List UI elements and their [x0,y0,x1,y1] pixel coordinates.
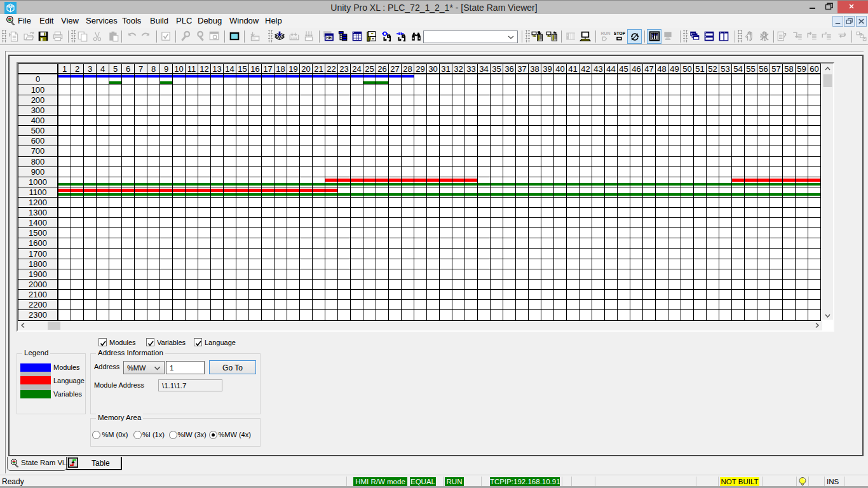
svg-text:39: 39 [543,64,552,74]
svg-text:100: 100 [31,85,45,95]
svg-text:19: 19 [288,64,297,74]
svg-text:46: 46 [632,64,641,74]
svg-text:1900: 1900 [29,269,47,279]
svg-text:200: 200 [31,95,45,105]
svg-text:1300: 1300 [29,208,47,217]
svg-text:24: 24 [352,64,361,74]
svg-text:1700: 1700 [29,249,47,259]
svg-text:58: 58 [784,64,793,74]
svg-text:9: 9 [164,64,168,74]
svg-text:49: 49 [670,64,679,74]
svg-text:2000: 2000 [29,280,47,289]
svg-text:25: 25 [365,64,374,74]
svg-text:8: 8 [151,64,156,74]
svg-text:10: 10 [174,64,183,74]
svg-text:1800: 1800 [29,259,47,269]
svg-text:51: 51 [695,64,704,74]
svg-text:18: 18 [276,64,285,74]
svg-text:26: 26 [377,64,386,74]
svg-text:20: 20 [301,64,310,74]
svg-text:27: 27 [390,64,399,74]
svg-text:1100: 1100 [29,187,47,197]
svg-text:5: 5 [113,64,118,74]
svg-text:47: 47 [644,64,653,74]
svg-text:2300: 2300 [29,310,47,320]
svg-text:29: 29 [416,64,424,74]
svg-text:32: 32 [454,64,463,74]
svg-text:36: 36 [505,64,513,74]
svg-text:2: 2 [75,64,79,74]
svg-text:600: 600 [31,136,45,146]
svg-text:1600: 1600 [29,238,47,248]
svg-text:34: 34 [479,64,488,74]
svg-text:1400: 1400 [29,218,47,227]
svg-text:21: 21 [314,64,323,74]
svg-text:3: 3 [88,64,92,74]
svg-text:43: 43 [593,64,602,74]
svg-text:40: 40 [555,64,564,74]
svg-text:400: 400 [31,116,45,125]
svg-text:44: 44 [606,64,615,74]
svg-text:1200: 1200 [29,198,47,207]
svg-text:11: 11 [187,64,196,74]
svg-text:35: 35 [492,64,501,74]
svg-text:41: 41 [568,64,577,74]
svg-text:800: 800 [31,157,45,166]
svg-text:42: 42 [581,64,590,74]
svg-text:33: 33 [466,64,475,74]
svg-text:22: 22 [327,64,336,74]
svg-text:30: 30 [428,64,437,74]
svg-text:53: 53 [721,64,729,74]
svg-text:16: 16 [250,64,259,74]
svg-text:31: 31 [441,64,450,74]
svg-text:1500: 1500 [29,228,47,238]
svg-text:48: 48 [657,64,666,74]
svg-text:52: 52 [708,64,717,74]
svg-text:RUN: RUN [600,31,610,36]
svg-text:12: 12 [200,64,208,74]
svg-text:1000: 1000 [29,177,47,187]
svg-text:6: 6 [126,64,130,74]
svg-text:2200: 2200 [29,300,47,309]
svg-text:700: 700 [31,146,45,156]
svg-text:17: 17 [263,64,272,74]
svg-text:55: 55 [746,64,755,74]
svg-text:23: 23 [339,64,348,74]
svg-text:2100: 2100 [29,290,47,299]
svg-text:59: 59 [797,64,806,74]
svg-text:37: 37 [517,64,526,74]
svg-text:4: 4 [100,64,105,74]
svg-text:54: 54 [733,64,742,74]
svg-text:15: 15 [238,64,247,74]
svg-text:50: 50 [682,64,691,74]
svg-text:28: 28 [403,64,412,74]
svg-text:STOP: STOP [614,31,625,36]
svg-text:57: 57 [771,64,780,74]
svg-text:56: 56 [759,64,768,74]
svg-text:0: 0 [36,74,40,84]
svg-text:45: 45 [619,64,628,74]
svg-text:38: 38 [530,64,539,74]
svg-text:13: 13 [212,64,221,74]
svg-text:900: 900 [31,167,45,177]
svg-text:7: 7 [139,64,143,74]
svg-text:1: 1 [62,64,67,74]
svg-text:300: 300 [31,105,45,115]
svg-text:14: 14 [225,64,234,74]
svg-text:500: 500 [31,126,45,135]
svg-text:60: 60 [810,64,818,74]
